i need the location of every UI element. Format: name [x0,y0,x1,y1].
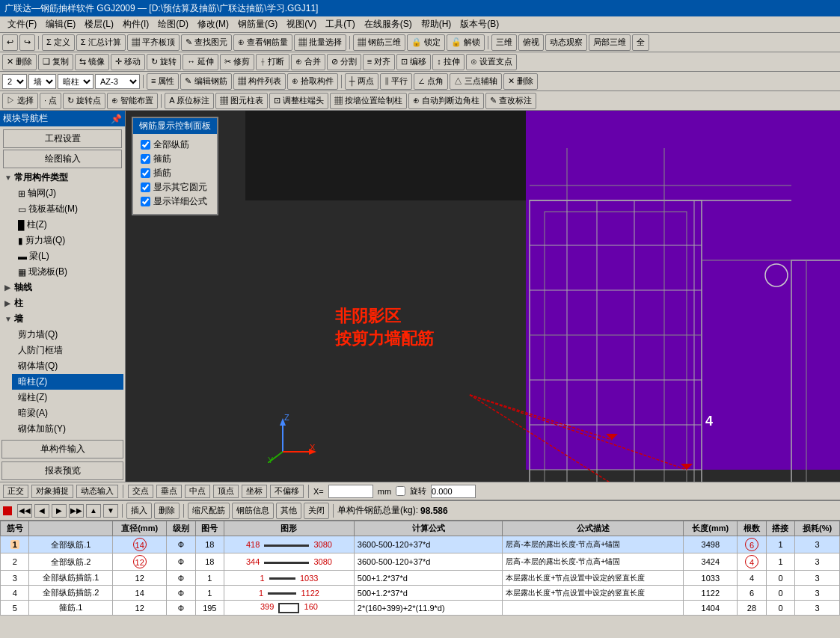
x-input[interactable] [328,485,373,498]
sidebar-item-masonry-rebar[interactable]: 砌体加筋(Y) [12,421,123,437]
in-place-label-button[interactable]: A 原位标注 [165,93,214,109]
cb-detail-formula[interactable] [141,197,150,206]
rebar-3d-button[interactable]: ▦ 钢筋三维 [353,34,405,51]
menu-component[interactable]: 构件(I) [118,16,153,32]
sidebar-item-shear-wall2[interactable]: 剪力墙(Q) [12,327,123,343]
object-snap-button[interactable]: 对象捕捉 [31,485,73,498]
rebar-cb-insert[interactable]: 插筋 [141,167,209,180]
ortho-button[interactable]: 正交 [3,485,28,498]
smart-layout-button[interactable]: ⊕ 智能布置 [107,93,158,109]
midpoint-button[interactable]: 中点 [185,485,210,498]
property-button[interactable]: ≡ 属性 [147,73,179,90]
cb-other[interactable] [141,182,150,192]
split-button[interactable]: ⊘ 分割 [327,54,361,70]
nav-prev-button[interactable]: ◀ [34,504,49,518]
sidebar-item-column[interactable]: █ 柱(Z) [12,217,123,233]
sidebar-report-preview-btn[interactable]: 报表预览 [1,461,123,480]
sidebar-item-beam[interactable]: ▬ 梁(L) [12,248,123,264]
sidebar-drawing-input[interactable]: 绘图输入 [3,150,122,168]
rebar-cb-other[interactable]: 显示其它圆元 [141,181,209,194]
dynamic-view-button[interactable]: 动态观察 [545,34,587,51]
rotate-point-button[interactable]: ↻ 旋转点 [63,93,105,109]
mirror-button[interactable]: ⇆ 镜像 [75,54,109,70]
sidebar-pin-icon[interactable]: 📌 [111,114,122,124]
rebar-cb-detail-formula[interactable]: 显示详细公式 [141,195,209,208]
point-angle-axis-button[interactable]: ∠ 点角 [414,73,448,90]
two-point-axis-button[interactable]: ┼ 两点 [345,73,378,90]
copy-button[interactable]: ❑ 复制 [38,54,73,70]
nav-first-button[interactable]: ◀◀ [17,504,32,518]
menu-floor[interactable]: 楼层(L) [80,16,118,32]
column-table-button[interactable]: ▦ 图元柱表 [215,93,268,109]
component-type-select[interactable]: 墙 [28,74,56,89]
parallel-axis-button[interactable]: ∥ 平行 [380,73,412,90]
check-rebar-button[interactable]: ⊕ 查看钢筋量 [233,34,292,51]
local-3d-button[interactable]: 局部三维 [589,34,631,51]
rebar-insert-button[interactable]: 插入 [126,503,152,519]
other-button[interactable]: 其他 [276,503,301,519]
nav-next-button[interactable]: ▶ [52,504,67,518]
no-offset-button[interactable]: 不偏移 [270,485,304,498]
cb-insert[interactable] [141,168,150,178]
3d-button[interactable]: 三维 [491,34,517,51]
sidebar-group-wall[interactable]: ▼ 墙 [1,311,123,327]
align-button[interactable]: ≡ 对齐 [363,54,395,70]
menu-draw[interactable]: 绘图(D) [153,16,193,32]
floor-plan-button[interactable]: ▦ 平齐板顶 [127,34,180,51]
stretch-button[interactable]: ↕ 拉伸 [432,54,465,70]
extend-button[interactable]: ↔ 延伸 [183,54,218,70]
sub-type-select[interactable]: 暗柱 [58,74,93,89]
rotate-button[interactable]: ↻ 旋转 [147,54,181,70]
rebar-info-button[interactable]: 钢筋信息 [232,503,274,519]
perpendicular-button[interactable]: 垂点 [156,485,182,498]
rebar-delete-button[interactable]: 删除 [154,503,180,519]
menu-file[interactable]: 文件(F) [3,16,41,32]
adjust-end-button[interactable]: ⊡ 调整柱端头 [269,93,328,109]
layer-select[interactable]: 2 [2,74,27,89]
menu-modify[interactable]: 修改(M) [193,16,233,32]
sidebar-item-axis[interactable]: ⊞ 轴网(J) [12,185,123,201]
nav-down-button[interactable]: ▼ [103,504,118,518]
point-tool-button[interactable]: · 点 [40,93,61,109]
endpoint-button[interactable]: 顶点 [213,485,239,498]
break-button[interactable]: ⟊ 打断 [256,54,289,70]
define-button[interactable]: Σ 定义 [42,34,75,51]
sidebar-engineering-settings[interactable]: 工程设置 [3,129,122,148]
three-point-axis-button[interactable]: △ 三点辅轴 [450,73,502,90]
component-id-select[interactable]: AZ-3 [95,74,140,89]
canvas-viewport[interactable]: 钢筋显示控制面板 全部纵筋 箍筋 插筋 显示其它圆元 [126,111,840,482]
sidebar-group-axis[interactable]: ▶ 轴线 [1,280,123,295]
pick-component-button[interactable]: ⊕ 拾取构件 [287,73,338,90]
sidebar-item-hidden-column[interactable]: 暗柱(Z) [12,374,123,390]
unlock-button[interactable]: 🔓 解锁 [447,34,485,51]
table-row[interactable]: 4 全部纵筋插筋.2 14 Ф 1 1 1122 500+1.2*37*d 本层… [1,586,840,601]
sidebar-item-end-column[interactable]: 端柱(Z) [12,390,123,405]
menu-edit[interactable]: 编辑(E) [41,16,80,32]
batch-select-button[interactable]: ▦ 批量选择 [294,34,346,51]
calc-button[interactable]: Σ 汇总计算 [76,34,126,51]
lock-button[interactable]: 🔒 锁定 [407,34,445,51]
rotate-checkbox[interactable] [396,486,405,496]
sidebar-group-col[interactable]: ▶ 柱 [1,295,123,311]
auto-corner-button[interactable]: ⊕ 自动判断边角柱 [408,93,484,109]
menu-version[interactable]: 版本号(B) [456,16,503,32]
dynamic-input-button[interactable]: 动态输入 [76,485,118,498]
sidebar-item-masonry-wall[interactable]: 砌体墙(Q) [12,358,123,374]
sidebar-item-hidden-beam[interactable]: 暗梁(A) [12,405,123,421]
nav-up-button[interactable]: ▲ [86,504,101,518]
check-label-button[interactable]: ✎ 查改标注 [485,93,536,109]
rebar-cb-all-vertical[interactable]: 全部纵筋 [141,138,209,151]
sidebar-group-door-window[interactable]: ▶ 门窗洞 [1,437,123,438]
menu-rebar[interactable]: 钢筋量(G) [233,16,282,32]
intersection-button[interactable]: 交点 [128,485,153,498]
undo-button[interactable]: ↩ [2,34,18,51]
scale-rebar-button[interactable]: 缩尺配筋 [188,503,230,519]
top-view-button[interactable]: 俯视 [518,34,544,51]
close-panel-button[interactable]: 关闭 [304,503,329,519]
menu-tools[interactable]: 工具(T) [321,16,359,32]
sidebar-item-floor-slab[interactable]: ▦ 现浇板(B) [12,264,123,280]
table-row[interactable]: 1 全部纵筋.1 14 Ф 18 418 3080 3600-500-120+3… [1,536,840,553]
full-button[interactable]: 全 [632,34,649,51]
menu-view[interactable]: 视图(V) [282,16,321,32]
nav-last-button[interactable]: ▶▶ [69,504,84,518]
